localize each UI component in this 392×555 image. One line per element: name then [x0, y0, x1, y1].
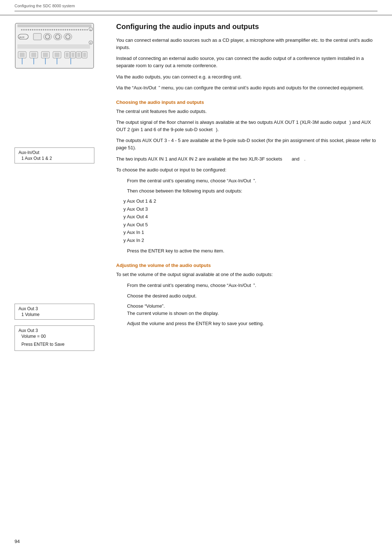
sub1-para-1: The central unit features five audio out… [116, 108, 377, 115]
svg-point-29 [80, 29, 81, 31]
menu-items-list: Aux Out 1 & 2 Aux Out 3 Aux Out 4 Aux Ou… [123, 198, 377, 244]
intro-para-1: You can connect external audio sources s… [116, 37, 377, 51]
svg-point-28 [78, 29, 79, 31]
svg-point-23 [67, 29, 68, 31]
svg-rect-46 [20, 53, 25, 57]
sidebar-spacer-1 [15, 75, 102, 147]
device-image: 1 AUX [15, 23, 94, 70]
svg-rect-37 [33, 33, 41, 40]
content-area: 1 AUX [0, 15, 392, 371]
display-box-3-line2a: Volume = 00 [19, 334, 90, 339]
svg-point-9 [36, 29, 38, 31]
svg-point-20 [60, 29, 62, 31]
svg-point-21 [62, 29, 64, 31]
svg-rect-52 [54, 53, 60, 57]
sub2-para-1: To set the volume of the output signal a… [116, 271, 377, 278]
svg-rect-60 [83, 53, 86, 57]
intro-para-3: Via the audio outputs, you can connect e… [116, 73, 377, 81]
main-content: Configuring the audio inputs and outputs… [109, 23, 392, 357]
svg-rect-44 [17, 44, 90, 49]
svg-point-17 [54, 29, 55, 31]
sub2-instruction-2: Choose the desired audio output. [127, 292, 377, 300]
svg-point-4 [25, 29, 27, 31]
display-box-aux-out3-volume: Aux Out 3 Volume = 00 Press ENTER to Sav… [15, 325, 94, 351]
page-header: Configuring the SDC 8000 system [0, 0, 392, 15]
svg-point-24 [69, 29, 70, 31]
list-item-3: Aux Out 5 [123, 221, 377, 228]
svg-point-8 [34, 29, 36, 31]
list-item-5: Aux In 2 [123, 237, 377, 244]
svg-point-27 [75, 29, 77, 31]
list-item-4: Aux In 1 [123, 229, 377, 236]
sidebar-spacer-2 [15, 169, 102, 304]
svg-rect-54 [66, 53, 69, 57]
svg-point-15 [49, 29, 51, 31]
svg-rect-48 [31, 53, 36, 57]
page-number: 94 [15, 539, 20, 544]
svg-point-11 [41, 29, 42, 31]
svg-point-30 [82, 29, 83, 31]
display-box-3-line1: Aux Out 3 [19, 328, 90, 333]
subsection-heading-2: Adjusting the volume of the audio output… [116, 263, 377, 268]
svg-point-6 [30, 29, 31, 31]
sub1-para-2: The output signal of the floor channel i… [116, 119, 377, 133]
sub1-instruction-1: From the central unit’s operating menu, … [127, 177, 377, 185]
display-box-aux-menu: Aux-In/Out 1 Aux Out 1 & 2 [15, 147, 94, 163]
sub1-instruction-intro: To choose the audio output or input to b… [116, 166, 377, 174]
sub2-instruction-3: Choose “Volume”. The current volume is s… [127, 303, 377, 317]
svg-point-25 [71, 29, 73, 31]
sub2-instruction-1: From the central unit’s operating menu, … [127, 282, 377, 289]
intro-para-2: Instead of connecting an external audio … [116, 55, 377, 69]
display-box-aux-out3-menu: Aux Out 3 1 Volume [15, 304, 94, 320]
svg-point-18 [56, 29, 57, 31]
svg-point-26 [73, 29, 75, 31]
list-item-1: Aux Out 3 [123, 206, 377, 213]
svg-point-12 [43, 29, 44, 31]
svg-point-16 [52, 29, 53, 31]
sub1-para-3: The outputs AUX OUT 3 - 4 - 5 are availa… [116, 137, 377, 151]
svg-text:1: 1 [90, 28, 91, 31]
svg-point-7 [32, 29, 33, 31]
display-box-1-line2: 1 Aux Out 1 & 2 [19, 156, 90, 161]
svg-text:AUX: AUX [19, 36, 25, 39]
display-box-2-line1: Aux Out 3 [19, 306, 90, 311]
svg-rect-56 [72, 53, 74, 57]
svg-text:2: 2 [90, 41, 91, 44]
svg-point-2 [21, 29, 23, 31]
page-container: Configuring the SDC 8000 system [0, 0, 392, 555]
svg-point-13 [45, 29, 46, 31]
intro-para-4: Via the “Aux-In/Out ” menu, you can conf… [116, 84, 377, 92]
display-box-2-line2: 1 Volume [19, 312, 90, 317]
sub1-press-enter-note: Press the ENTER key to active the menu i… [127, 247, 377, 255]
svg-point-14 [47, 29, 49, 31]
display-box-1-line1: Aux-In/Out [19, 150, 90, 155]
svg-point-10 [38, 29, 40, 31]
svg-point-31 [84, 29, 86, 31]
svg-rect-58 [77, 53, 80, 57]
svg-point-5 [28, 29, 29, 31]
sub1-para-4: The two inputs AUX IN 1 and AUX IN 2 are… [116, 155, 377, 163]
subsection-heading-1: Choosing the audio inputs and outputs [116, 100, 377, 105]
sidebar: 1 AUX [0, 23, 109, 357]
section-title: Configuring the audio inputs and outputs [116, 23, 377, 31]
svg-point-19 [58, 29, 60, 31]
svg-point-3 [23, 29, 25, 31]
svg-point-32 [86, 29, 88, 31]
svg-rect-1 [17, 24, 91, 27]
svg-point-22 [65, 29, 66, 31]
sub2-instruction-4: Adjust the volume and press the ENTER ke… [127, 320, 377, 327]
svg-rect-50 [43, 53, 48, 57]
list-item-0: Aux Out 1 & 2 [123, 198, 377, 205]
display-box-3-line3: Press ENTER to Save [19, 342, 90, 347]
sub1-instruction-2: Then choose between the following inputs… [127, 187, 377, 195]
list-item-2: Aux Out 4 [123, 213, 377, 220]
header-rule [15, 11, 377, 11]
header-text: Configuring the SDC 8000 system [15, 4, 75, 8]
